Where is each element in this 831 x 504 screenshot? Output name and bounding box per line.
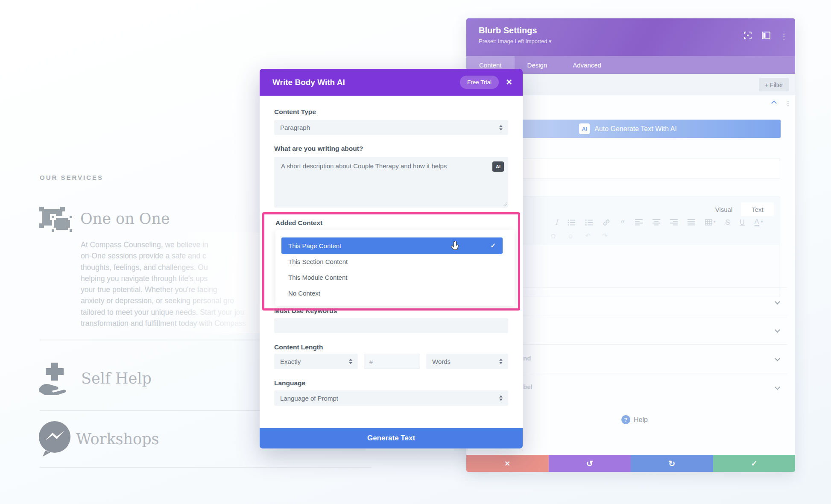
table-icon[interactable]: ▾ [705, 219, 716, 226]
section-title-admin-label-fragment: bel [523, 383, 533, 390]
kebab-menu-icon[interactable]: ⋮ [780, 33, 787, 40]
tab-advanced[interactable]: Advanced [560, 56, 614, 74]
prompt-textarea[interactable]: A short description about Couple Therapy… [274, 157, 508, 208]
select-arrows-icon [349, 359, 352, 364]
redo-icon[interactable]: ↷ [602, 232, 608, 240]
italic-icon[interactable]: I [555, 219, 558, 226]
align-center-icon[interactable] [653, 219, 660, 226]
prompt-text: A short description about Couple Therapy… [281, 162, 483, 170]
unordered-list-icon[interactable] [568, 219, 575, 226]
help-button[interactable]: ? Help [621, 415, 648, 424]
option-no-context[interactable]: No Context [288, 290, 320, 298]
language-select[interactable]: Language of Prompt [274, 390, 508, 406]
check-icon: ✓ [490, 242, 496, 249]
panel-footer: × ↺ ↻ ✓ [466, 455, 795, 472]
editor-toolbar: I “ ▾ S U A▾ [555, 218, 763, 226]
prompt-label: What are you writing about? [274, 145, 363, 152]
caret-down-icon: ▾ [714, 219, 716, 224]
service-title-self-help: Self Help [81, 370, 152, 387]
ai-icon: AI [492, 161, 504, 172]
content-length-label: Content Length [274, 343, 323, 351]
service-title-workshops: Workshops [76, 431, 159, 448]
close-icon: × [505, 458, 510, 469]
cursor-pointer-icon [451, 241, 461, 254]
special-char-icon[interactable]: Ω [551, 232, 556, 240]
hand-plus-icon [38, 361, 73, 397]
added-context-dropdown: This Page Content ✓ This Section Content… [275, 230, 515, 306]
added-context-label: Added Context [275, 219, 322, 227]
option-this-module-content[interactable]: This Module Content [288, 274, 347, 282]
ai-icon: AI [579, 123, 590, 134]
question-icon: ? [621, 415, 630, 424]
modal-header: Write Body With AI Free Trial × [260, 69, 523, 96]
panel-header: Blurb Settings Preset: Image Left import… [466, 18, 795, 56]
option-this-section-content[interactable]: This Section Content [288, 258, 348, 267]
caret-down-icon: ▾ [549, 38, 552, 44]
messenger-icon [38, 421, 72, 460]
content-type-select[interactable]: Paragraph [274, 120, 508, 135]
length-qualifier-select[interactable]: Exactly [274, 354, 358, 369]
filter-button[interactable]: + Filter [759, 78, 789, 91]
content-type-label: Content Type [274, 108, 316, 116]
strikethrough-icon[interactable]: S [726, 219, 730, 226]
write-body-with-ai-modal: Write Body With AI Free Trial × Content … [260, 69, 523, 448]
editor-tab-visual[interactable]: Visual [708, 202, 739, 216]
screen: OUR SERVICES One on One At Compass Couns… [0, 0, 831, 504]
frames-icon [38, 205, 74, 236]
undo-icon[interactable]: ↶ [585, 232, 591, 240]
link-icon[interactable] [603, 219, 610, 226]
check-icon: ✓ [751, 459, 757, 468]
section-title-background-fragment: nd [523, 355, 531, 362]
align-right-icon[interactable] [670, 219, 678, 226]
select-arrows-icon [499, 359, 503, 364]
language-label: Language [274, 379, 305, 387]
underline-icon[interactable]: U [740, 219, 745, 226]
editor-toolbar-row2: Ω ☺ ↶ ↷ [551, 232, 608, 240]
free-trial-badge: Free Trial [460, 76, 499, 89]
service-title-one-on-one: One on One [80, 210, 170, 227]
modal-title: Write Body With AI [272, 78, 345, 87]
layout-columns-icon[interactable] [762, 32, 770, 41]
undo-icon: ↺ [586, 459, 593, 469]
length-number-input[interactable] [364, 354, 420, 369]
option-this-page-content[interactable]: This Page Content ✓ [281, 237, 503, 254]
save-button[interactable]: ✓ [713, 455, 796, 472]
length-unit-select[interactable]: Words [426, 354, 508, 369]
align-left-icon[interactable] [635, 219, 643, 226]
divider [40, 467, 371, 468]
select-arrows-icon [499, 125, 503, 130]
generate-text-button[interactable]: Generate Text [260, 428, 523, 448]
close-button[interactable]: × [503, 76, 515, 88]
section-eyebrow: OUR SERVICES [40, 174, 103, 181]
blockquote-icon[interactable]: “ [620, 223, 625, 226]
caret-down-icon: ▾ [761, 219, 763, 224]
undo-button[interactable]: ↺ [549, 455, 631, 472]
emoji-icon[interactable]: ☺ [567, 232, 574, 240]
justify-icon[interactable] [688, 219, 695, 226]
discard-button[interactable]: × [466, 455, 549, 472]
focus-scan-icon[interactable] [743, 31, 752, 41]
redo-button[interactable]: ↻ [631, 455, 713, 472]
keywords-input[interactable] [274, 318, 508, 333]
ordered-list-icon[interactable] [585, 219, 593, 226]
resize-handle[interactable] [502, 202, 507, 206]
section-kebab-icon[interactable]: ⋮ [785, 100, 791, 107]
text-color-icon[interactable]: A▾ [755, 218, 763, 226]
select-arrows-icon [499, 396, 503, 401]
editor-tab-text[interactable]: Text [741, 202, 774, 216]
redo-icon: ↻ [668, 459, 675, 469]
